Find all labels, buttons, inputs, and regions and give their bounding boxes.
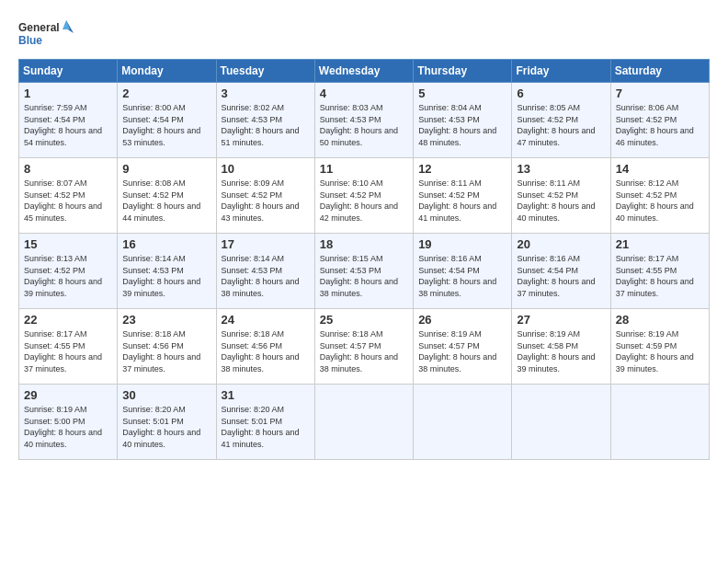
- day-info: Sunrise: 8:00 AMSunset: 4:54 PMDaylight:…: [122, 103, 200, 147]
- week-row-1: 1 Sunrise: 7:59 AMSunset: 4:54 PMDayligh…: [19, 83, 710, 158]
- week-row-3: 15 Sunrise: 8:13 AMSunset: 4:52 PMDaylig…: [19, 234, 710, 309]
- calendar-cell: 24 Sunrise: 8:18 AMSunset: 4:56 PMDaylig…: [216, 309, 314, 385]
- day-info: Sunrise: 8:19 AMSunset: 4:57 PMDaylight:…: [418, 329, 496, 373]
- day-info: Sunrise: 8:19 AMSunset: 4:58 PMDaylight:…: [517, 329, 595, 373]
- day-number: 20: [517, 237, 605, 251]
- day-header-thursday: Thursday: [414, 60, 512, 83]
- calendar-cell: 4 Sunrise: 8:03 AMSunset: 4:53 PMDayligh…: [314, 83, 413, 158]
- day-number: 19: [418, 237, 506, 251]
- calendar-cell: 26 Sunrise: 8:19 AMSunset: 4:57 PMDaylig…: [414, 309, 512, 385]
- day-number: 9: [122, 162, 210, 176]
- day-info: Sunrise: 8:10 AMSunset: 4:52 PMDaylight:…: [320, 178, 398, 223]
- calendar-cell: 19 Sunrise: 8:16 AMSunset: 4:54 PMDaylig…: [414, 234, 512, 309]
- day-number: 11: [320, 162, 408, 176]
- calendar-cell: [414, 385, 512, 460]
- day-number: 15: [24, 237, 112, 251]
- calendar-cell: 22 Sunrise: 8:17 AMSunset: 4:55 PMDaylig…: [19, 309, 118, 385]
- day-info: Sunrise: 8:20 AMSunset: 5:01 PMDaylight:…: [122, 405, 200, 449]
- calendar-table: SundayMondayTuesdayWednesdayThursdayFrid…: [18, 59, 710, 460]
- calendar-cell: 16 Sunrise: 8:14 AMSunset: 4:53 PMDaylig…: [118, 234, 216, 309]
- day-info: Sunrise: 8:08 AMSunset: 4:52 PMDaylight:…: [122, 178, 200, 223]
- day-info: Sunrise: 8:12 AMSunset: 4:52 PMDaylight:…: [616, 178, 694, 223]
- day-number: 13: [517, 162, 605, 176]
- day-number: 28: [616, 313, 704, 327]
- day-info: Sunrise: 8:14 AMSunset: 4:53 PMDaylight:…: [122, 254, 200, 298]
- day-info: Sunrise: 8:02 AMSunset: 4:53 PMDaylight:…: [222, 103, 300, 147]
- calendar-cell: 31 Sunrise: 8:20 AMSunset: 5:01 PMDaylig…: [216, 385, 314, 460]
- day-number: 17: [222, 237, 310, 251]
- day-info: Sunrise: 8:16 AMSunset: 4:54 PMDaylight:…: [517, 254, 595, 298]
- calendar-cell: 17 Sunrise: 8:14 AMSunset: 4:53 PMDaylig…: [216, 234, 314, 309]
- day-header-tuesday: Tuesday: [216, 60, 314, 83]
- calendar-cell: 10 Sunrise: 8:09 AMSunset: 4:52 PMDaylig…: [216, 158, 314, 234]
- day-number: 8: [24, 162, 112, 176]
- day-info: Sunrise: 8:17 AMSunset: 4:55 PMDaylight:…: [616, 254, 694, 298]
- calendar-cell: 25 Sunrise: 8:18 AMSunset: 4:57 PMDaylig…: [314, 309, 413, 385]
- day-header-wednesday: Wednesday: [314, 60, 413, 83]
- calendar-cell: 8 Sunrise: 8:07 AMSunset: 4:52 PMDayligh…: [19, 158, 118, 234]
- calendar-cell: 6 Sunrise: 8:05 AMSunset: 4:52 PMDayligh…: [512, 83, 610, 158]
- day-info: Sunrise: 8:11 AMSunset: 4:52 PMDaylight:…: [418, 178, 496, 223]
- day-info: Sunrise: 8:18 AMSunset: 4:57 PMDaylight:…: [320, 329, 398, 373]
- day-info: Sunrise: 8:16 AMSunset: 4:54 PMDaylight:…: [418, 254, 496, 298]
- calendar-cell: 7 Sunrise: 8:06 AMSunset: 4:52 PMDayligh…: [610, 83, 709, 158]
- day-number: 1: [24, 86, 112, 100]
- day-number: 29: [24, 388, 112, 402]
- day-number: 18: [320, 237, 408, 251]
- day-info: Sunrise: 8:05 AMSunset: 4:52 PMDaylight:…: [517, 103, 595, 147]
- calendar-cell: 9 Sunrise: 8:08 AMSunset: 4:52 PMDayligh…: [118, 158, 216, 234]
- day-info: Sunrise: 8:15 AMSunset: 4:53 PMDaylight:…: [320, 254, 398, 298]
- day-info: Sunrise: 8:09 AMSunset: 4:52 PMDaylight:…: [222, 178, 300, 223]
- day-info: Sunrise: 8:11 AMSunset: 4:52 PMDaylight:…: [517, 178, 595, 223]
- day-number: 27: [517, 313, 605, 327]
- calendar-cell: 23 Sunrise: 8:18 AMSunset: 4:56 PMDaylig…: [118, 309, 216, 385]
- calendar-cell: 2 Sunrise: 8:00 AMSunset: 4:54 PMDayligh…: [118, 83, 216, 158]
- day-number: 3: [222, 86, 310, 100]
- day-number: 10: [222, 162, 310, 176]
- day-number: 6: [517, 86, 605, 100]
- day-number: 14: [616, 162, 704, 176]
- day-number: 30: [122, 388, 210, 402]
- day-number: 5: [418, 86, 506, 100]
- calendar-cell: 3 Sunrise: 8:02 AMSunset: 4:53 PMDayligh…: [216, 83, 314, 158]
- day-info: Sunrise: 8:04 AMSunset: 4:53 PMDaylight:…: [418, 103, 496, 147]
- header: General Blue: [18, 17, 710, 53]
- day-number: 12: [418, 162, 506, 176]
- calendar-cell: 20 Sunrise: 8:16 AMSunset: 4:54 PMDaylig…: [512, 234, 610, 309]
- day-info: Sunrise: 8:19 AMSunset: 5:00 PMDaylight:…: [24, 405, 102, 449]
- svg-text:Blue: Blue: [18, 34, 42, 47]
- calendar-cell: 18 Sunrise: 8:15 AMSunset: 4:53 PMDaylig…: [314, 234, 413, 309]
- week-row-2: 8 Sunrise: 8:07 AMSunset: 4:52 PMDayligh…: [19, 158, 710, 234]
- day-number: 21: [616, 237, 704, 251]
- calendar-cell: 11 Sunrise: 8:10 AMSunset: 4:52 PMDaylig…: [314, 158, 413, 234]
- calendar-cell: 27 Sunrise: 8:19 AMSunset: 4:58 PMDaylig…: [512, 309, 610, 385]
- day-number: 4: [320, 86, 408, 100]
- calendar-cell: 13 Sunrise: 8:11 AMSunset: 4:52 PMDaylig…: [512, 158, 610, 234]
- general-blue-logo: General Blue: [18, 17, 74, 53]
- day-number: 31: [222, 388, 310, 402]
- day-info: Sunrise: 7:59 AMSunset: 4:54 PMDaylight:…: [24, 103, 102, 147]
- page-container: General Blue SundayMondayTuesdayWednesda…: [0, 0, 728, 469]
- day-number: 2: [122, 86, 210, 100]
- header-row: SundayMondayTuesdayWednesdayThursdayFrid…: [19, 60, 710, 83]
- calendar-cell: 12 Sunrise: 8:11 AMSunset: 4:52 PMDaylig…: [414, 158, 512, 234]
- day-header-saturday: Saturday: [610, 60, 709, 83]
- calendar-cell: 1 Sunrise: 7:59 AMSunset: 4:54 PMDayligh…: [19, 83, 118, 158]
- calendar-cell: 29 Sunrise: 8:19 AMSunset: 5:00 PMDaylig…: [19, 385, 118, 460]
- day-number: 25: [320, 313, 408, 327]
- day-info: Sunrise: 8:06 AMSunset: 4:52 PMDaylight:…: [616, 103, 694, 147]
- day-number: 16: [122, 237, 210, 251]
- day-number: 7: [616, 86, 704, 100]
- day-info: Sunrise: 8:18 AMSunset: 4:56 PMDaylight:…: [122, 329, 200, 373]
- calendar-cell: [512, 385, 610, 460]
- calendar-cell: 15 Sunrise: 8:13 AMSunset: 4:52 PMDaylig…: [19, 234, 118, 309]
- day-info: Sunrise: 8:20 AMSunset: 5:01 PMDaylight:…: [222, 405, 300, 449]
- day-info: Sunrise: 8:13 AMSunset: 4:52 PMDaylight:…: [24, 254, 102, 298]
- day-header-monday: Monday: [118, 60, 216, 83]
- calendar-cell: 14 Sunrise: 8:12 AMSunset: 4:52 PMDaylig…: [610, 158, 709, 234]
- day-info: Sunrise: 8:14 AMSunset: 4:53 PMDaylight:…: [222, 254, 300, 298]
- day-info: Sunrise: 8:03 AMSunset: 4:53 PMDaylight:…: [320, 103, 398, 147]
- day-header-friday: Friday: [512, 60, 610, 83]
- day-number: 23: [122, 313, 210, 327]
- day-number: 22: [24, 313, 112, 327]
